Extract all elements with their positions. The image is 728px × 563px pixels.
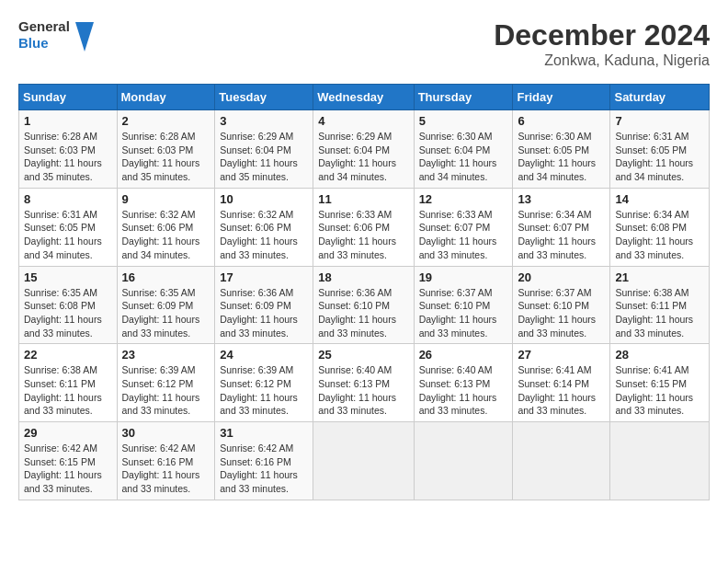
table-row: 11 Sunrise: 6:33 AMSunset: 6:06 PMDaylig… bbox=[313, 188, 414, 266]
header-sunday: Sunday bbox=[19, 85, 118, 110]
table-row: 29 Sunrise: 6:42 AMSunset: 6:15 PMDaylig… bbox=[19, 422, 118, 500]
day-number: 14 bbox=[615, 192, 704, 206]
header-saturday: Saturday bbox=[610, 85, 710, 110]
header-tuesday: Tuesday bbox=[215, 85, 313, 110]
day-info: Sunrise: 6:29 AMSunset: 6:04 PMDaylight:… bbox=[220, 130, 308, 184]
table-row: 20 Sunrise: 6:37 AMSunset: 6:10 PMDaylig… bbox=[513, 266, 610, 344]
day-number: 2 bbox=[122, 114, 210, 128]
day-info: Sunrise: 6:41 AMSunset: 6:15 PMDaylight:… bbox=[615, 363, 704, 418]
header-friday: Friday bbox=[513, 85, 610, 110]
day-number: 31 bbox=[220, 426, 308, 440]
day-info: Sunrise: 6:34 AMSunset: 6:07 PMDaylight:… bbox=[518, 208, 605, 262]
table-row: 2 Sunrise: 6:28 AMSunset: 6:03 PMDayligh… bbox=[117, 110, 215, 189]
day-number: 1 bbox=[24, 114, 112, 128]
calendar-week-row: 1 Sunrise: 6:28 AMSunset: 6:03 PMDayligh… bbox=[19, 110, 710, 189]
table-row: 27 Sunrise: 6:41 AMSunset: 6:14 PMDaylig… bbox=[513, 344, 610, 422]
table-row: 30 Sunrise: 6:42 AMSunset: 6:16 PMDaylig… bbox=[117, 422, 215, 500]
calendar-header-row: Sunday Monday Tuesday Wednesday Thursday… bbox=[19, 85, 710, 110]
day-number: 4 bbox=[318, 114, 408, 128]
day-number: 27 bbox=[518, 348, 605, 362]
day-info: Sunrise: 6:30 AMSunset: 6:04 PMDaylight:… bbox=[419, 130, 508, 184]
day-number: 21 bbox=[615, 270, 704, 284]
day-info: Sunrise: 6:39 AMSunset: 6:12 PMDaylight:… bbox=[122, 363, 210, 418]
day-info: Sunrise: 6:42 AMSunset: 6:16 PMDaylight:… bbox=[220, 442, 308, 496]
page-title: December 2024 bbox=[494, 18, 710, 52]
day-number: 10 bbox=[220, 192, 308, 206]
table-row: 22 Sunrise: 6:38 AMSunset: 6:11 PMDaylig… bbox=[19, 344, 118, 422]
day-number: 13 bbox=[518, 192, 605, 206]
table-row: 1 Sunrise: 6:28 AMSunset: 6:03 PMDayligh… bbox=[19, 110, 118, 189]
table-row: 25 Sunrise: 6:40 AMSunset: 6:13 PMDaylig… bbox=[313, 344, 414, 422]
table-row: 18 Sunrise: 6:36 AMSunset: 6:10 PMDaylig… bbox=[313, 266, 414, 344]
day-number: 3 bbox=[220, 114, 308, 128]
day-info: Sunrise: 6:29 AMSunset: 6:04 PMDaylight:… bbox=[318, 130, 408, 184]
day-number: 30 bbox=[122, 426, 210, 440]
day-info: Sunrise: 6:31 AMSunset: 6:05 PMDaylight:… bbox=[615, 130, 704, 184]
header-thursday: Thursday bbox=[414, 85, 513, 110]
day-number: 16 bbox=[122, 270, 210, 284]
table-row bbox=[513, 422, 610, 500]
table-row: 7 Sunrise: 6:31 AMSunset: 6:05 PMDayligh… bbox=[610, 110, 710, 189]
table-row: 31 Sunrise: 6:42 AMSunset: 6:16 PMDaylig… bbox=[215, 422, 313, 500]
table-row: 12 Sunrise: 6:33 AMSunset: 6:07 PMDaylig… bbox=[414, 188, 513, 266]
day-info: Sunrise: 6:42 AMSunset: 6:16 PMDaylight:… bbox=[122, 442, 210, 496]
day-info: Sunrise: 6:36 AMSunset: 6:09 PMDaylight:… bbox=[220, 286, 308, 340]
day-info: Sunrise: 6:38 AMSunset: 6:11 PMDaylight:… bbox=[615, 286, 704, 340]
day-info: Sunrise: 6:31 AMSunset: 6:05 PMDaylight:… bbox=[24, 208, 112, 262]
calendar-week-row: 15 Sunrise: 6:35 AMSunset: 6:08 PMDaylig… bbox=[19, 266, 710, 344]
table-row: 17 Sunrise: 6:36 AMSunset: 6:09 PMDaylig… bbox=[215, 266, 313, 344]
day-info: Sunrise: 6:36 AMSunset: 6:10 PMDaylight:… bbox=[318, 286, 408, 340]
table-row: 23 Sunrise: 6:39 AMSunset: 6:12 PMDaylig… bbox=[117, 344, 215, 422]
day-number: 23 bbox=[122, 348, 210, 362]
table-row: 6 Sunrise: 6:30 AMSunset: 6:05 PMDayligh… bbox=[513, 110, 610, 189]
day-info: Sunrise: 6:40 AMSunset: 6:13 PMDaylight:… bbox=[318, 363, 408, 418]
table-row: 5 Sunrise: 6:30 AMSunset: 6:04 PMDayligh… bbox=[414, 110, 513, 189]
day-info: Sunrise: 6:33 AMSunset: 6:06 PMDaylight:… bbox=[318, 208, 408, 262]
table-row: 3 Sunrise: 6:29 AMSunset: 6:04 PMDayligh… bbox=[215, 110, 313, 189]
day-info: Sunrise: 6:40 AMSunset: 6:13 PMDaylight:… bbox=[419, 363, 508, 418]
day-number: 25 bbox=[318, 348, 408, 362]
day-info: Sunrise: 6:34 AMSunset: 6:08 PMDaylight:… bbox=[615, 208, 704, 262]
day-number: 6 bbox=[518, 114, 605, 128]
day-number: 12 bbox=[419, 192, 508, 206]
table-row bbox=[313, 422, 414, 500]
day-number: 9 bbox=[122, 192, 210, 206]
day-info: Sunrise: 6:39 AMSunset: 6:12 PMDaylight:… bbox=[220, 363, 308, 418]
day-number: 7 bbox=[615, 114, 704, 128]
calendar-week-row: 8 Sunrise: 6:31 AMSunset: 6:05 PMDayligh… bbox=[19, 188, 710, 266]
day-number: 8 bbox=[24, 192, 112, 206]
table-row: 21 Sunrise: 6:38 AMSunset: 6:11 PMDaylig… bbox=[610, 266, 710, 344]
day-info: Sunrise: 6:28 AMSunset: 6:03 PMDaylight:… bbox=[24, 130, 112, 184]
day-info: Sunrise: 6:32 AMSunset: 6:06 PMDaylight:… bbox=[220, 208, 308, 262]
day-number: 11 bbox=[318, 192, 408, 206]
page-subtitle: Zonkwa, Kaduna, Nigeria bbox=[494, 52, 710, 69]
header-wednesday: Wednesday bbox=[313, 85, 414, 110]
day-number: 15 bbox=[24, 270, 112, 284]
calendar-week-row: 29 Sunrise: 6:42 AMSunset: 6:15 PMDaylig… bbox=[19, 422, 710, 500]
day-info: Sunrise: 6:33 AMSunset: 6:07 PMDaylight:… bbox=[419, 208, 508, 262]
day-info: Sunrise: 6:35 AMSunset: 6:08 PMDaylight:… bbox=[24, 286, 112, 340]
table-row: 13 Sunrise: 6:34 AMSunset: 6:07 PMDaylig… bbox=[513, 188, 610, 266]
day-info: Sunrise: 6:42 AMSunset: 6:15 PMDaylight:… bbox=[24, 442, 112, 496]
day-number: 26 bbox=[419, 348, 508, 362]
table-row bbox=[414, 422, 513, 500]
day-number: 19 bbox=[419, 270, 508, 284]
day-number: 18 bbox=[318, 270, 408, 284]
calendar-table: Sunday Monday Tuesday Wednesday Thursday… bbox=[18, 84, 710, 500]
day-info: Sunrise: 6:37 AMSunset: 6:10 PMDaylight:… bbox=[419, 286, 508, 340]
day-number: 28 bbox=[615, 348, 704, 362]
day-number: 17 bbox=[220, 270, 308, 284]
table-row: 15 Sunrise: 6:35 AMSunset: 6:08 PMDaylig… bbox=[19, 266, 118, 344]
table-row: 28 Sunrise: 6:41 AMSunset: 6:15 PMDaylig… bbox=[610, 344, 710, 422]
header-monday: Monday bbox=[117, 85, 215, 110]
day-info: Sunrise: 6:28 AMSunset: 6:03 PMDaylight:… bbox=[122, 130, 210, 184]
day-info: Sunrise: 6:32 AMSunset: 6:06 PMDaylight:… bbox=[122, 208, 210, 262]
svg-marker-0 bbox=[75, 22, 94, 52]
table-row: 14 Sunrise: 6:34 AMSunset: 6:08 PMDaylig… bbox=[610, 188, 710, 266]
table-row: 24 Sunrise: 6:39 AMSunset: 6:12 PMDaylig… bbox=[215, 344, 313, 422]
day-info: Sunrise: 6:37 AMSunset: 6:10 PMDaylight:… bbox=[518, 286, 605, 340]
table-row: 4 Sunrise: 6:29 AMSunset: 6:04 PMDayligh… bbox=[313, 110, 414, 189]
day-info: Sunrise: 6:30 AMSunset: 6:05 PMDaylight:… bbox=[518, 130, 605, 184]
day-info: Sunrise: 6:35 AMSunset: 6:09 PMDaylight:… bbox=[122, 286, 210, 340]
table-row: 10 Sunrise: 6:32 AMSunset: 6:06 PMDaylig… bbox=[215, 188, 313, 266]
